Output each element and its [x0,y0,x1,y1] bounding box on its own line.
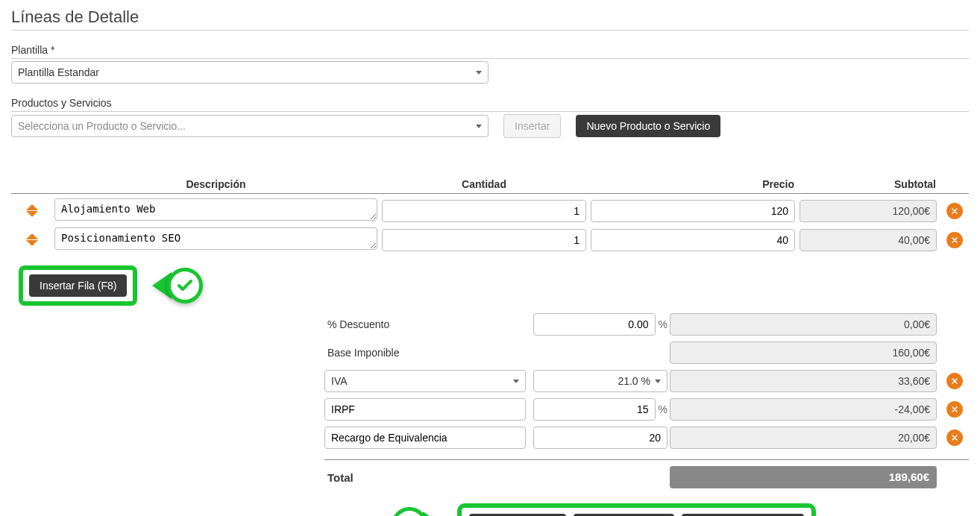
delete-row-button[interactable] [946,203,963,219]
insertar-fila-button[interactable]: Insertar Fila (F8) [29,274,127,297]
col-header-precio: Precio [588,175,797,193]
delete-iva-button[interactable] [946,373,963,389]
chevron-down-icon [476,125,482,128]
recargo-result [670,427,937,449]
descuento-label: % Descuento [324,315,533,333]
iva-select[interactable]: IVA [324,370,526,392]
productos-label: Productos y Servicios [11,97,969,112]
descripcion-input[interactable] [54,227,377,250]
subtotal-display [800,229,937,251]
iva-result [670,370,937,392]
descuento-result [670,313,937,336]
descuento-input[interactable] [533,313,656,336]
check-icon [167,268,203,303]
iva-pct-value: 21.0 % [540,375,655,387]
page-title: Líneas de Detalle [11,7,969,31]
percent-sign: % [659,403,668,415]
plantilla-select[interactable]: Plantilla Estandar [11,61,489,84]
col-header-cantidad: Cantidad [380,175,588,193]
precio-input[interactable] [591,229,795,251]
table-row [11,198,969,223]
cantidad-input[interactable] [382,200,586,222]
insertar-button: Insertar [503,114,561,138]
table-row [11,227,969,252]
close-icon [950,207,959,215]
drag-handle-icon[interactable] [11,233,52,246]
col-header-descripcion: Descripción [52,175,380,193]
total-label: Total [324,468,533,487]
chevron-down-icon [513,380,519,383]
col-header-subtotal: Subtotal [797,175,939,193]
delete-recargo-button[interactable] [946,430,963,446]
descripcion-input[interactable] [54,198,377,221]
highlight-bottom-buttons: Añadir Impuesto Añadir Retención Añadir … [457,503,816,516]
check-callout [152,268,203,303]
irpf-label-input[interactable] [324,398,526,421]
chevron-down-icon [476,71,482,75]
nuevo-producto-button[interactable]: Nuevo Producto o Servicio [576,115,720,137]
highlight-insertar-fila: Insertar Fila (F8) [19,265,137,306]
delete-irpf-button[interactable] [946,401,963,418]
percent-sign: % [659,318,668,330]
plantilla-selected: Plantilla Estandar [18,66,99,78]
drag-handle-icon[interactable] [11,204,52,217]
plantilla-label: Plantilla * [11,44,969,59]
recargo-label-input[interactable] [324,427,526,449]
recargo-value-input[interactable] [533,427,668,449]
precio-input[interactable] [591,200,795,222]
close-icon [950,405,959,414]
delete-row-button[interactable] [946,232,963,248]
check-icon [392,507,427,516]
base-result [670,342,937,364]
close-icon [950,236,959,245]
close-icon [950,377,959,386]
iva-pct-select[interactable]: 21.0 % [533,370,668,392]
check-callout [392,507,442,516]
total-result: 189,60€ [670,466,937,488]
chevron-down-icon [655,380,661,383]
iva-label: IVA [331,375,348,387]
subtotal-display [800,200,937,222]
base-label: Base Imponible [324,344,533,362]
producto-select[interactable]: Selecciona un Producto o Servicio... [11,115,489,137]
close-icon [950,433,959,442]
irpf-value-input[interactable] [533,398,656,421]
arrow-right-icon [423,512,442,516]
cantidad-input[interactable] [382,229,586,251]
producto-placeholder: Selecciona un Producto o Servicio... [18,120,186,132]
irpf-result [670,398,937,421]
